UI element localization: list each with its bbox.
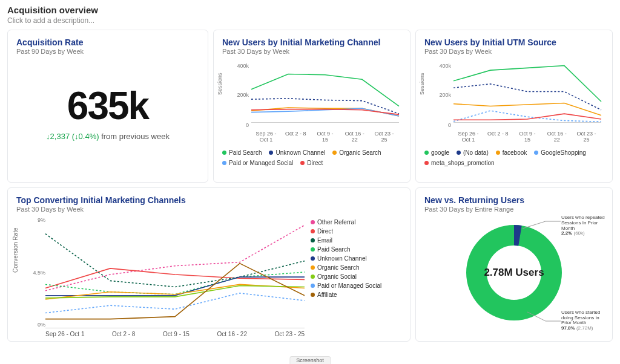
legend-dot-icon <box>311 247 315 252</box>
legend-label: Email <box>317 237 332 244</box>
y-axis-label: Conversion Rate <box>12 227 19 272</box>
legend-dot-icon <box>311 265 315 270</box>
legend-item[interactable]: Paid Search <box>222 149 262 156</box>
legend-item[interactable]: meta_shops_promotion <box>424 160 495 166</box>
kpi-delta: ↓2,337 (↓0.4%) from previous week <box>46 132 170 141</box>
legend-item[interactable]: Email <box>311 237 401 244</box>
y-tick: 400k <box>433 63 451 69</box>
page-title: Acquisition overview <box>7 5 613 15</box>
legend-label: Paid Search <box>229 149 262 156</box>
x-tick: Oct 16 - 22 <box>340 131 369 143</box>
legend-label: Unknown Channel <box>317 255 367 262</box>
card-new-vs-returning[interactable]: New vs. Returning Users Past 30 Days by … <box>415 187 613 342</box>
x-tick: Oct 2 - 8 <box>112 331 135 337</box>
x-axis-ticks: Sep 26 - Oct 1Oct 2 - 8Oct 9 - 15Oct 16 … <box>45 331 305 337</box>
kpi-value: 635k <box>67 83 148 128</box>
legend-item[interactable]: Paid or Managed Social <box>222 160 293 166</box>
y-tick: 0 <box>433 122 451 128</box>
chart-legend: Paid SearchUnknown ChannelOrganic Search… <box>222 149 401 166</box>
legend-label: facebook <box>503 149 527 156</box>
y-tick: 400k <box>231 63 249 69</box>
y-tick: 4.5% <box>27 270 45 276</box>
delta-suffix: from previous week <box>99 132 170 141</box>
chart-plot: Sessions 400k 200k 0 <box>424 59 604 131</box>
legend-dot-icon <box>424 161 429 165</box>
card-subtitle: Past 30 Days by Week <box>222 48 401 55</box>
y-tick: 200k <box>433 92 451 98</box>
legend-label: google <box>431 149 449 156</box>
chart-plot: Sessions 400k 200k 0 <box>222 59 401 131</box>
legend-dot-icon <box>311 220 315 224</box>
legend-label: meta_shops_promotion <box>431 160 495 166</box>
legend-item[interactable]: GoogleShopping <box>534 149 586 156</box>
x-tick: Sep 26 - Oct 1 <box>251 131 281 143</box>
legend-dot-icon <box>311 238 315 242</box>
legend-item[interactable]: Paid Search <box>311 246 401 253</box>
legend-item[interactable]: Paid or Managed Social <box>311 282 401 289</box>
x-tick: Oct 2 - 8 <box>483 131 513 143</box>
legend-item[interactable]: Organic Social <box>311 273 401 280</box>
donut-callout-new: Users who started doing Sessions in Prio… <box>561 310 606 331</box>
x-tick: Oct 23 - 25 <box>369 131 399 143</box>
legend-dot-icon <box>332 151 337 155</box>
card-title: New Users by Initial UTM Source <box>424 37 604 47</box>
y-axis-label: Sessions <box>419 73 425 95</box>
legend-dot-icon <box>222 161 226 165</box>
legend-dot-icon <box>311 284 315 288</box>
page-description-input[interactable]: Click to add a description... <box>7 16 613 25</box>
x-axis-ticks: Sep 26 - Oct 1Oct 2 - 8Oct 9 - 15Oct 16 … <box>251 131 399 143</box>
legend-dot-icon <box>311 293 315 297</box>
legend-item[interactable]: Unknown Channel <box>269 149 325 156</box>
legend-label: Organic Search <box>339 149 381 156</box>
legend-item[interactable]: Unknown Channel <box>311 255 401 262</box>
card-top-converting-channels[interactable]: Top Converting Initial Marketing Channel… <box>7 187 411 342</box>
screenshot-tab[interactable]: Screenshot <box>289 356 331 364</box>
legend-dot-icon <box>457 151 461 155</box>
delta-value: 2,337 <box>50 132 70 141</box>
legend-item[interactable]: Direct <box>300 160 323 166</box>
legend-item[interactable]: Other Referral <box>311 219 401 226</box>
chart-legend: google(No data)facebookGoogleShoppingmet… <box>424 149 604 166</box>
donut-center-label: 2.78M Users <box>484 267 544 279</box>
x-tick: Oct 2 - 8 <box>281 131 311 143</box>
legend-item[interactable]: Direct <box>311 228 401 235</box>
x-tick: Oct 23 - 25 <box>572 131 601 143</box>
legend-item[interactable]: Organic Search <box>311 264 401 271</box>
card-title: Top Converting Initial Marketing Channel… <box>16 195 401 205</box>
x-tick: Oct 9 - 15 <box>513 131 542 143</box>
legend-dot-icon <box>222 151 226 155</box>
legend-dot-icon <box>534 151 538 155</box>
legend-label: Other Referral <box>317 219 355 226</box>
card-new-users-utm-source[interactable]: New Users by Initial UTM Source Past 30 … <box>415 30 613 183</box>
card-acquisition-rate[interactable]: Acquisition Rate Past 90 Days by Week 63… <box>7 30 208 183</box>
legend-label: Organic Social <box>317 273 357 280</box>
legend-label: Unknown Channel <box>275 149 325 156</box>
x-tick: Sep 26 - Oct 1 <box>45 331 84 337</box>
x-tick: Oct 9 - 15 <box>311 131 340 143</box>
legend-dot-icon <box>311 275 315 279</box>
legend-item[interactable]: facebook <box>496 149 527 156</box>
legend-label: GoogleShopping <box>541 149 586 156</box>
legend-item[interactable]: Affiliate <box>311 291 401 298</box>
card-title: New Users by Initial Marketing Channel <box>222 37 401 47</box>
x-axis-ticks: Sep 26 - Oct 1Oct 2 - 8Oct 9 - 15Oct 16 … <box>453 131 601 143</box>
legend-dot-icon <box>424 151 429 155</box>
x-tick: Sep 26 - Oct 1 <box>453 131 483 143</box>
y-tick: 0 <box>231 122 249 128</box>
card-new-users-marketing-channel[interactable]: New Users by Initial Marketing Channel P… <box>213 30 411 183</box>
legend-dot-icon <box>311 229 315 233</box>
x-tick: Oct 16 - 22 <box>542 131 572 143</box>
y-axis-label: Sessions <box>217 73 223 95</box>
legend-item[interactable]: (No data) <box>457 149 489 156</box>
y-tick: 200k <box>231 92 249 98</box>
legend-item[interactable]: Organic Search <box>332 149 381 156</box>
card-title: Acquisition Rate <box>16 37 199 47</box>
donut-chart: 2.78M Users Users who repeated Sessions … <box>424 215 604 330</box>
legend-dot-icon <box>496 151 500 155</box>
x-tick: Oct 23 - 25 <box>275 331 305 337</box>
legend-label: Affiliate <box>317 291 337 298</box>
chart-plot: Conversion Rate 9% 4.5% 0% Other Referra… <box>16 216 401 328</box>
legend-label: Organic Search <box>317 264 359 271</box>
x-tick: Oct 9 - 15 <box>163 331 190 337</box>
legend-item[interactable]: google <box>424 149 449 156</box>
